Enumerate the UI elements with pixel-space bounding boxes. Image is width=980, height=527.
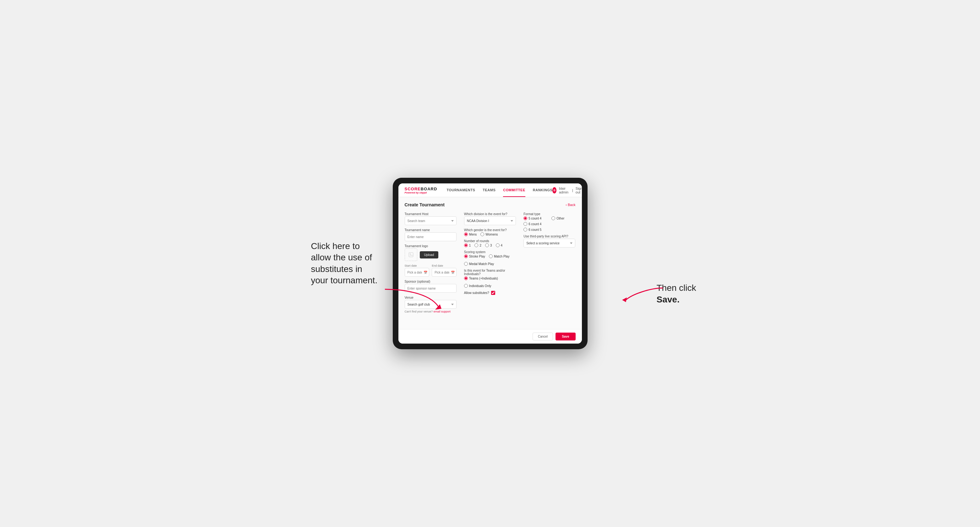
rounds-1-radio[interactable] [464, 243, 468, 247]
dates-group: Start date 📅 End date [405, 264, 457, 277]
scoring-match[interactable]: Match Play [489, 254, 509, 258]
rounds-3-radio[interactable] [485, 243, 489, 247]
upload-button[interactable]: Upload [420, 251, 439, 259]
substitutes-group: Allow substitutes? [464, 291, 516, 295]
rounds-4[interactable]: 4 [496, 243, 503, 247]
scoring-system-label: Scoring system [464, 250, 516, 254]
middle-column: Which division is the event for? NCAA Di… [464, 212, 516, 313]
end-date-label: End date [432, 264, 457, 267]
logo-powered: Powered by clippd [405, 191, 438, 194]
save-button[interactable]: Save [555, 333, 575, 340]
format-6count4[interactable]: 6 count 4 [523, 222, 575, 226]
rounds-4-radio[interactable] [496, 243, 500, 247]
scoring-medal-match-radio[interactable] [464, 262, 468, 266]
format-other[interactable]: Other [551, 216, 564, 220]
end-date-input[interactable] [432, 268, 457, 277]
format-5count4-radio[interactable] [523, 216, 527, 220]
svg-marker-1 [622, 297, 627, 302]
nav-tournaments[interactable]: TOURNAMENTS [447, 184, 475, 197]
format-row-1: 5 count 4 Other [523, 216, 575, 220]
start-date-input[interactable] [405, 268, 430, 277]
nav-bar: SCORESCOREBOARDBOARD Powered by clippd T… [398, 183, 582, 197]
individuals-only[interactable]: Individuals Only [464, 284, 492, 288]
cancel-button[interactable]: Cancel [533, 333, 553, 340]
scoring-api-select[interactable]: Select a scoring service [523, 239, 575, 248]
rounds-3[interactable]: 3 [485, 243, 492, 247]
individuals-radio[interactable] [464, 284, 468, 288]
gender-mens[interactable]: Mens [464, 232, 477, 236]
division-label: Which division is the event for? [464, 212, 516, 216]
rounds-1[interactable]: 1 [464, 243, 471, 247]
scoring-api-label: Use third-party live scoring API? [523, 235, 575, 238]
date-row: Start date 📅 End date [405, 264, 457, 277]
gender-group: Which gender is the event for? Mens Wome… [464, 228, 516, 236]
svg-rect-2 [409, 252, 413, 257]
form-footer: Cancel Save [398, 329, 582, 344]
format-options: 5 count 4 Other 6 count 4 [523, 216, 575, 232]
svg-point-3 [410, 254, 410, 254]
teams-radio[interactable] [464, 276, 468, 280]
format-6count4-radio[interactable] [523, 222, 527, 226]
user-name: blair admin [559, 187, 570, 194]
nav-user-area: B blair admin | Sign out [552, 187, 582, 194]
sign-out-link[interactable]: Sign out [576, 187, 582, 194]
substitutes-checkbox-input[interactable] [491, 291, 495, 295]
start-date-group: Start date 📅 [405, 264, 430, 277]
scoring-stroke[interactable]: Stroke Play [464, 254, 485, 258]
division-select[interactable]: NCAA Division I [464, 216, 516, 225]
end-date-wrapper: 📅 [432, 268, 457, 277]
tablet-screen: SCORESCOREBOARDBOARD Powered by clippd T… [398, 183, 582, 344]
nav-teams[interactable]: TEAMS [483, 184, 495, 197]
gender-radio-group: Mens Womens [464, 232, 516, 236]
back-button[interactable]: ‹ Back [566, 203, 575, 206]
nav-separator: | [572, 189, 573, 192]
scoring-api-group: Use third-party live scoring API? Select… [523, 235, 575, 248]
gender-mens-radio[interactable] [464, 232, 468, 236]
format-6count5[interactable]: 6 count 5 [523, 228, 575, 232]
logo-scoreboard: SCORESCOREBOARDBOARD [405, 187, 438, 191]
scoring-radio-group: Stroke Play Match Play Medal Match Play [464, 254, 516, 266]
logo-placeholder [405, 248, 417, 261]
annotation-right: Then click Save. [657, 283, 719, 305]
format-type-label: Format type [523, 212, 575, 216]
scoring-stroke-radio[interactable] [464, 254, 468, 258]
rounds-2[interactable]: 2 [474, 243, 481, 247]
format-other-radio[interactable] [551, 216, 555, 220]
nav-committee[interactable]: COMMITTEE [503, 184, 525, 197]
gender-label: Which gender is the event for? [464, 228, 516, 232]
teams-radio-group: Teams (+Individuals) Individuals Only [464, 276, 516, 288]
tournament-host-input[interactable] [405, 216, 457, 225]
annotation-left: Click here to allow the use of substitut… [311, 241, 380, 286]
tournament-name-label: Tournament name [405, 228, 457, 232]
tournament-name-input[interactable] [405, 232, 457, 241]
end-date-group: End date 📅 [432, 264, 457, 277]
logo-area: SCORESCOREBOARDBOARD Powered by clippd [405, 187, 438, 194]
allow-substitutes-checkbox[interactable]: Allow substitutes? [464, 291, 516, 295]
format-type-group: Format type 5 count 4 Other [523, 212, 575, 232]
arrow-left-icon [382, 286, 445, 311]
gender-womens[interactable]: Womens [480, 232, 498, 236]
page-header: Create Tournament ‹ Back [405, 202, 576, 207]
teams-label: Is this event for Teams and/or Individua… [464, 269, 516, 276]
start-date-label: Start date [405, 264, 430, 267]
nav-links: TOURNAMENTS TEAMS COMMITTEE RANKINGS [447, 184, 552, 197]
page-title: Create Tournament [405, 202, 445, 207]
rounds-2-radio[interactable] [474, 243, 478, 247]
scoring-medal-match[interactable]: Medal Match Play [464, 262, 494, 266]
arrow-right-icon [619, 285, 666, 304]
format-5count4[interactable]: 5 count 4 [523, 216, 541, 220]
gender-womens-radio[interactable] [480, 232, 484, 236]
tournament-name-group: Tournament name [405, 228, 457, 241]
tournament-logo-label: Tournament logo [405, 244, 457, 248]
substitutes-label: Allow substitutes? [464, 291, 489, 295]
scoring-system-group: Scoring system Stroke Play Match Play [464, 250, 516, 266]
start-date-wrapper: 📅 [405, 268, 430, 277]
rounds-group: Number of rounds 1 2 [464, 239, 516, 247]
rounds-radio-group: 1 2 3 [464, 243, 516, 247]
format-6count5-radio[interactable] [523, 228, 527, 232]
nav-rankings[interactable]: RANKINGS [533, 184, 553, 197]
division-group: Which division is the event for? NCAA Di… [464, 212, 516, 225]
teams-plus-individuals[interactable]: Teams (+Individuals) [464, 276, 498, 280]
logo-upload-area: Upload [405, 248, 457, 261]
scoring-match-radio[interactable] [489, 254, 493, 258]
